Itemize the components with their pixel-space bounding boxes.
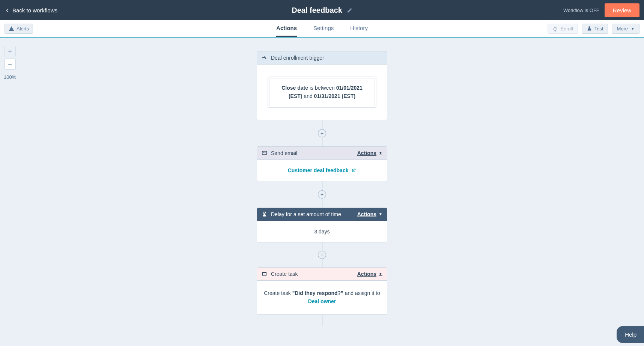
trigger-card[interactable]: Deal enrollment trigger Close date is be… bbox=[257, 51, 387, 120]
enroll-label: Enroll bbox=[560, 26, 573, 32]
workflow-flow: Deal enrollment trigger Close date is be… bbox=[257, 51, 387, 326]
chevron-down-icon: ▼ bbox=[379, 272, 382, 276]
chevron-down-icon: ▼ bbox=[631, 27, 635, 31]
connector-line bbox=[322, 242, 322, 251]
test-button[interactable]: Test bbox=[582, 24, 608, 34]
tabs: Actions Settings History bbox=[276, 20, 368, 37]
flask-icon bbox=[587, 26, 592, 32]
handshake-icon bbox=[262, 55, 267, 61]
send-email-body: Customer deal feedback bbox=[257, 160, 387, 181]
task-actions-label: Actions bbox=[357, 271, 376, 277]
connector-line bbox=[322, 181, 322, 190]
trigger-title: Deal enrollment trigger bbox=[271, 55, 382, 61]
title-wrap: Deal feedback bbox=[292, 6, 352, 15]
connector-1: + bbox=[318, 120, 326, 146]
pencil-icon[interactable] bbox=[347, 8, 352, 13]
zoom-controls: + − 100% bbox=[4, 46, 16, 80]
task-prefix: Create task bbox=[264, 290, 292, 296]
external-link-icon bbox=[351, 168, 356, 173]
task-assignee-link[interactable]: Deal owner bbox=[308, 298, 336, 304]
email-template-link[interactable]: Customer deal feedback bbox=[288, 167, 357, 173]
connector-line bbox=[322, 120, 322, 129]
email-actions-label: Actions bbox=[357, 150, 376, 156]
create-task-body: Create task "Did they respond?" and assi… bbox=[257, 281, 387, 314]
tab-settings[interactable]: Settings bbox=[313, 20, 334, 37]
app-header: Back to workflows Deal feedback Workflow… bbox=[0, 0, 644, 20]
subheader-right: Enroll Test More ▼ bbox=[548, 24, 639, 34]
create-task-title: Create task bbox=[271, 271, 354, 277]
trigger-filter[interactable]: Close date is between 01/01/2021 (EST) a… bbox=[269, 78, 375, 106]
tab-actions[interactable]: Actions bbox=[276, 20, 297, 37]
task-name: "Did they respond?" bbox=[292, 290, 343, 296]
create-task-header: Create task Actions ▼ bbox=[257, 268, 387, 281]
trigger-date2: 01/31/2021 (EST) bbox=[314, 93, 356, 99]
connector-2: + bbox=[318, 181, 326, 208]
add-action-button-1[interactable]: + bbox=[318, 129, 326, 137]
trigger-body: Close date is between 01/01/2021 (EST) a… bbox=[257, 65, 387, 120]
trigger-card-header: Deal enrollment trigger bbox=[257, 51, 387, 65]
trigger-filter-outer: Close date is between 01/01/2021 (EST) a… bbox=[268, 77, 376, 108]
more-button[interactable]: More ▼ bbox=[612, 24, 639, 34]
connector-line bbox=[322, 259, 322, 267]
create-task-card[interactable]: Create task Actions ▼ Create task "Did t… bbox=[257, 267, 387, 314]
add-action-button-2[interactable]: + bbox=[318, 190, 326, 199]
window-icon bbox=[262, 271, 267, 277]
test-label: Test bbox=[594, 26, 603, 32]
zoom-level: 100% bbox=[4, 74, 16, 80]
zoom-out-button[interactable]: − bbox=[5, 59, 16, 70]
chevron-down-icon: ▼ bbox=[379, 212, 382, 216]
review-button[interactable]: Review bbox=[605, 3, 639, 17]
delay-header: Delay for a set amount of time Actions ▼ bbox=[257, 208, 387, 221]
zoom-in-button: + bbox=[5, 46, 16, 57]
email-link-text: Customer deal feedback bbox=[288, 167, 349, 173]
send-email-header: Send email Actions ▼ bbox=[257, 147, 387, 160]
delay-body: 3 days bbox=[257, 221, 387, 242]
help-button[interactable]: Help bbox=[617, 326, 644, 343]
delay-actions-menu[interactable]: Actions ▼ bbox=[357, 211, 382, 217]
enroll-button: Enroll bbox=[548, 24, 578, 34]
tab-history[interactable]: History bbox=[350, 20, 368, 37]
page-title: Deal feedback bbox=[292, 6, 342, 15]
text-between: is between bbox=[308, 85, 336, 91]
delay-title: Delay for a set amount of time bbox=[271, 211, 354, 217]
more-label: More bbox=[617, 26, 628, 32]
warning-icon bbox=[9, 26, 14, 32]
subheader: Alerts Actions Settings History Enroll T… bbox=[0, 20, 644, 38]
task-actions-menu[interactable]: Actions ▼ bbox=[357, 271, 382, 277]
hourglass-icon bbox=[262, 211, 267, 217]
workflow-canvas[interactable]: + − 100% Deal enrollment trigger Close d… bbox=[0, 38, 644, 346]
back-to-workflows-link[interactable]: Back to workflows bbox=[5, 7, 57, 14]
trigger-field: Close date bbox=[281, 85, 308, 91]
connector-line bbox=[322, 137, 322, 146]
back-label: Back to workflows bbox=[12, 7, 57, 14]
delay-card[interactable]: Delay for a set amount of time Actions ▼… bbox=[257, 208, 387, 242]
send-email-title: Send email bbox=[271, 150, 354, 156]
chevron-left-icon bbox=[5, 8, 10, 13]
header-right: Workflow is OFF Review bbox=[563, 3, 639, 17]
add-action-button-3[interactable]: + bbox=[318, 251, 326, 259]
alerts-button[interactable]: Alerts bbox=[5, 24, 33, 34]
send-email-card[interactable]: Send email Actions ▼ Customer deal feedb… bbox=[257, 146, 387, 181]
delay-value: 3 days bbox=[314, 229, 330, 235]
mail-icon bbox=[262, 150, 267, 156]
enroll-icon bbox=[552, 26, 558, 32]
connector-line bbox=[322, 199, 322, 208]
alerts-label: Alerts bbox=[17, 26, 29, 32]
delay-actions-label: Actions bbox=[357, 211, 376, 217]
chevron-down-icon: ▼ bbox=[379, 151, 382, 155]
email-actions-menu[interactable]: Actions ▼ bbox=[357, 150, 382, 156]
connector-3: + bbox=[318, 242, 326, 267]
task-mid: and assign it to bbox=[343, 290, 380, 296]
connector-line bbox=[322, 314, 322, 326]
text-and: and bbox=[302, 93, 314, 99]
workflow-status: Workflow is OFF bbox=[563, 8, 599, 13]
